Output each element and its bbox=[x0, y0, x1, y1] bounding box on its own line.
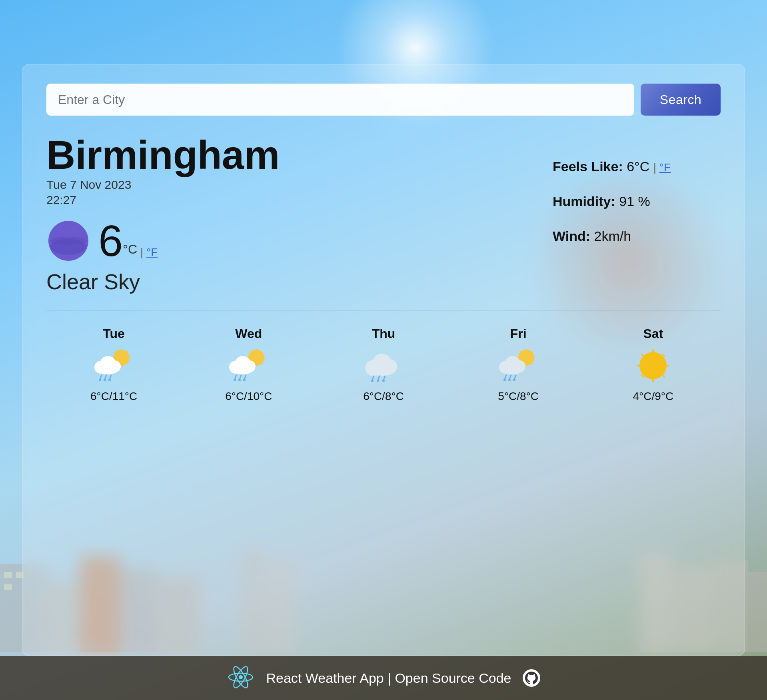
svg-line-78 bbox=[505, 375, 506, 379]
temp-unit-celsius: °C bbox=[123, 242, 137, 256]
svg-line-79 bbox=[509, 375, 511, 379]
section-divider bbox=[46, 310, 721, 310]
svg-point-35 bbox=[108, 379, 111, 381]
wind-label: Wind: bbox=[553, 228, 590, 244]
forecast-day-label-1: Wed bbox=[235, 326, 262, 341]
forecast-temps-1: 6°C/10°C bbox=[225, 390, 272, 403]
weather-card: Search Birmingham Tue 7 Nov 2023 22:27 bbox=[22, 64, 745, 656]
search-input[interactable] bbox=[46, 84, 634, 116]
svg-line-32 bbox=[110, 375, 111, 379]
current-weather-section: Birmingham Tue 7 Nov 2023 22:27 bbox=[46, 135, 721, 294]
svg-point-58 bbox=[383, 359, 397, 374]
weather-description: Clear Sky bbox=[46, 269, 280, 294]
svg-point-82 bbox=[508, 379, 511, 381]
app-container: Search Birmingham Tue 7 Nov 2023 22:27 bbox=[22, 64, 745, 656]
wind-row: Wind: 2km/h bbox=[553, 228, 721, 244]
temp-icon-row: 6°C | °F bbox=[46, 219, 280, 263]
forecast-day-label-0: Tue bbox=[103, 326, 125, 341]
svg-point-83 bbox=[513, 379, 515, 381]
svg-line-80 bbox=[514, 375, 516, 379]
current-left: Birmingham Tue 7 Nov 2023 22:27 bbox=[46, 135, 280, 294]
forecast-temps-3: 5°C/8°C bbox=[498, 390, 539, 403]
temp-unit-fahrenheit[interactable]: °F bbox=[146, 246, 158, 258]
svg-point-93 bbox=[239, 675, 243, 679]
unit-sep-1: | bbox=[137, 246, 146, 258]
svg-point-81 bbox=[503, 379, 506, 381]
search-button[interactable]: Search bbox=[641, 84, 721, 116]
forecast-temps-4: 4°C/9°C bbox=[633, 390, 674, 403]
svg-line-89 bbox=[641, 354, 644, 356]
react-icon bbox=[227, 663, 255, 693]
svg-point-52 bbox=[234, 379, 236, 381]
forecast-icon-2 bbox=[362, 348, 405, 384]
forecast-row: Tue bbox=[46, 326, 721, 403]
svg-point-77 bbox=[513, 360, 525, 372]
svg-point-48 bbox=[244, 360, 256, 372]
svg-line-60 bbox=[378, 376, 380, 380]
time-text: 22:27 bbox=[46, 193, 280, 207]
forecast-day-sat: Sat 4°C/9°C bbox=[586, 326, 721, 403]
forecast-day-fri: Fri bbox=[451, 326, 586, 403]
footer: React Weather App | Open Source Code bbox=[0, 656, 767, 700]
forecast-icon-3 bbox=[496, 348, 540, 384]
github-icon[interactable] bbox=[523, 669, 540, 687]
forecast-temps-0: 6°C/11°C bbox=[90, 390, 137, 403]
forecast-icon-0 bbox=[92, 348, 136, 384]
svg-point-54 bbox=[243, 379, 246, 381]
svg-line-49 bbox=[235, 375, 236, 379]
feels-sep: | bbox=[653, 161, 659, 174]
forecast-day-label-4: Sat bbox=[643, 326, 663, 341]
forecast-day-wed: Wed bbox=[181, 326, 316, 403]
feels-like-value: 6°C bbox=[627, 159, 649, 174]
svg-line-30 bbox=[100, 375, 102, 379]
svg-line-59 bbox=[372, 376, 374, 380]
svg-point-29 bbox=[109, 360, 121, 372]
temp-value-container: 6°C | °F bbox=[98, 219, 158, 263]
forecast-day-label-2: Thu bbox=[372, 326, 395, 341]
svg-line-61 bbox=[384, 376, 385, 380]
forecast-day-thu: Thu 6°C/8 bbox=[316, 326, 451, 403]
svg-point-33 bbox=[99, 379, 101, 381]
temperature-display: 6 bbox=[98, 216, 123, 265]
date-text: Tue 7 Nov 2023 bbox=[46, 178, 280, 192]
svg-line-51 bbox=[244, 375, 246, 379]
forecast-temps-2: 6°C/8°C bbox=[363, 390, 404, 403]
svg-point-63 bbox=[377, 380, 379, 382]
footer-text: React Weather App | Open Source Code bbox=[266, 670, 511, 686]
svg-point-62 bbox=[371, 380, 374, 382]
svg-line-50 bbox=[240, 375, 241, 379]
feels-like-label: Feels Like: bbox=[553, 159, 623, 174]
forecast-icon-4 bbox=[631, 348, 675, 384]
svg-rect-10 bbox=[748, 572, 767, 652]
forecast-day-tue: Tue bbox=[46, 326, 181, 403]
svg-point-34 bbox=[104, 379, 106, 381]
forecast-day-label-3: Fri bbox=[510, 326, 527, 341]
humidity-row: Humidity: 91 % bbox=[553, 194, 721, 209]
feels-like-unit[interactable]: °F bbox=[659, 161, 671, 174]
svg-line-31 bbox=[105, 375, 106, 379]
svg-rect-11 bbox=[4, 572, 12, 578]
svg-point-64 bbox=[382, 380, 385, 382]
svg-point-16 bbox=[50, 237, 87, 245]
feels-like-row: Feels Like: 6°C | °F bbox=[553, 159, 721, 174]
forecast-icon-1 bbox=[227, 348, 271, 384]
humidity-label: Humidity: bbox=[553, 194, 615, 209]
current-weather-icon bbox=[46, 219, 90, 263]
svg-line-90 bbox=[662, 375, 665, 377]
wind-value: 2km/h bbox=[594, 228, 631, 244]
city-name: Birmingham bbox=[46, 135, 280, 175]
current-right: Feels Like: 6°C | °F Humidity: 91 % Wind… bbox=[553, 135, 721, 244]
humidity-value: 91 % bbox=[619, 194, 650, 209]
svg-point-53 bbox=[238, 379, 241, 381]
search-row: Search bbox=[46, 84, 721, 116]
svg-rect-13 bbox=[4, 584, 12, 590]
